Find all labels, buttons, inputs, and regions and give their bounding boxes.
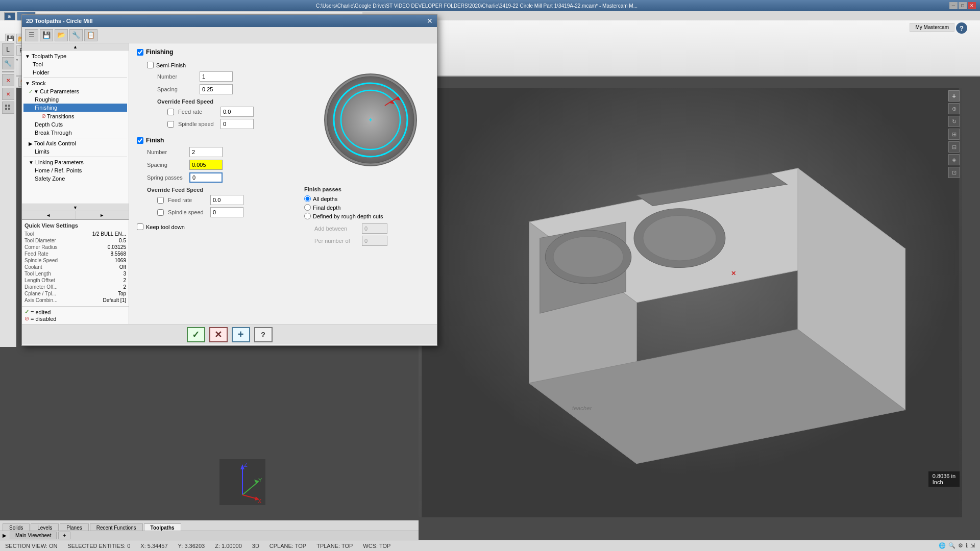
zoom-in-status-icon[interactable]: 🔍 [948,542,955,549]
add-button[interactable]: + [232,327,250,342]
z-axis-label: Z [244,462,248,468]
tree-item-linking[interactable]: ▼ Linking Parameters [23,158,127,166]
dialog-tb-select-btn[interactable]: ☰ [25,29,38,41]
feed-rate-check-finish[interactable] [157,197,164,204]
sidebar-btn-grid[interactable] [2,102,14,114]
watermark-text: teacher [572,405,593,411]
cancel-button[interactable]: ✕ [209,327,228,342]
final-depth-radio[interactable] [304,204,311,211]
close-window-button[interactable]: ✕ [968,2,976,9]
tree-scroll-left-btn[interactable]: ◄ [22,211,76,219]
spindle-input-semi[interactable] [220,119,254,129]
finish-number-input[interactable] [189,147,223,157]
keep-tool-down-checkbox[interactable] [137,223,143,230]
status-icons: 🌐 🔍 ⚙ ℹ ⇲ [939,542,975,549]
sidebar-btn-close[interactable]: ✕ [2,74,14,86]
vp-ctrl-4[interactable]: ⊟ [948,141,960,153]
tree-item-home[interactable]: Home / Ref. Points [23,166,127,174]
main-viewsheet-tab[interactable]: Main Viewsheet [10,532,57,539]
tree-item-break-through[interactable]: Break Through [23,129,127,137]
sidebar-btn-1[interactable]: L [2,43,14,56]
tree-item-holder[interactable]: Holder [23,68,127,77]
qv-label-feed: Feed Rate [24,251,48,257]
dialog-titlebar: 2D Toolpaths - Circle Mill ✕ [22,15,437,27]
sidebar-btn-2[interactable]: 🔧 [2,57,14,69]
dialog-tb-report-btn[interactable]: 📋 [84,29,97,41]
tree-item-stock[interactable]: ▼ Stock [23,79,127,87]
finish-spacing-input[interactable] [189,160,223,170]
quick-view-title: Quick View Settings [24,222,126,229]
semi-finish-checkbox[interactable] [147,62,154,68]
keep-tool-down-label: Keep tool down [146,224,185,230]
vp-ctrl-1[interactable]: ⊕ [948,103,960,114]
dialog-tb-save-btn[interactable]: 💾 [40,29,53,41]
finishing-checkbox[interactable] [137,49,143,56]
tree-item-safety[interactable]: Safety Zone [23,174,127,183]
tree-label-holder: Holder [33,69,49,76]
dialog-close-button[interactable]: ✕ [427,17,433,25]
tree-scroll-right-btn[interactable]: ► [76,211,129,219]
measurement-unit: Inch [933,479,943,485]
minimize-button[interactable]: ─ [949,2,958,9]
qv-value-length: 3 [123,271,126,277]
tree-item-limits[interactable]: Limits [23,147,127,156]
info-status-icon[interactable]: ℹ [966,542,968,549]
globe-icon[interactable]: 🌐 [939,542,946,549]
tree-item-tool[interactable]: Tool [23,60,127,68]
help-dialog-button[interactable]: ? [254,327,273,342]
left-sidebar: L 🔧 ✕ ✕ [0,41,16,347]
viewport-3d[interactable]: ✕ teacher + ⊕ ↻ ⊞ ⊟ ◈ ⊡ 0.8036 in Inch [419,88,962,517]
bottom-tabs-bar: Solids Levels Planes Recent Functions To… [0,520,419,532]
qv-label-spindle: Spindle Speed [24,258,58,263]
tree-item-transitions[interactable]: ⊘ Transitions [23,112,127,120]
defined-by-rough-radio[interactable] [304,213,311,219]
feed-rate-input-finish[interactable] [210,195,243,205]
tree-item-toolpath-type[interactable]: ▼ Toolpath Type [23,52,127,60]
my-mastercam-btn[interactable]: My Mastercam [910,23,954,32]
feed-rate-check-semi[interactable] [167,109,174,115]
section-view-status: SECTION VIEW: ON [5,543,57,549]
qv-row-corner: Corner Radius 0.03125 [24,244,126,251]
svg-line-27 [242,482,258,495]
maximize-button[interactable]: □ [959,2,967,9]
spindle-check-semi[interactable] [167,121,174,128]
semi-finish-number-input[interactable] [200,71,233,82]
feed-rate-input-semi[interactable] [220,107,254,117]
help-button[interactable]: ? [956,22,967,34]
add-viewsheet-btn[interactable]: + [58,532,70,539]
vp-plus-btn[interactable]: + [948,90,960,102]
spindle-input-finish[interactable] [210,207,243,217]
sidebar-btn-x[interactable]: ✕ [2,88,14,100]
tree-item-depth-cuts[interactable]: Depth Cuts [23,120,127,129]
expand-status-icon[interactable]: ⇲ [970,542,975,549]
all-depths-radio[interactable] [304,195,311,202]
dialog-tb-open-btn[interactable]: 📂 [55,29,68,41]
tree-scroll-down-btn[interactable]: ▼ [22,204,129,211]
number-label-finish: Number [147,149,185,155]
dialog-tb-tool-btn[interactable]: 🔧 [69,29,83,41]
tree-item-finishing[interactable]: Finishing [23,104,127,112]
tree-item-roughing[interactable]: Roughing [23,95,127,104]
tree-scroll-up-btn[interactable]: ▲ [22,43,129,51]
qv-value-corner: 0.03125 [108,244,126,250]
finish-checkbox[interactable] [137,137,143,144]
edited-icon: ✓ [24,309,29,315]
vp-ctrl-6[interactable]: ⊡ [948,167,960,178]
quick-access-icon[interactable]: ⊞ [4,12,15,20]
tree-divider-3 [23,157,127,157]
svg-rect-0 [5,105,7,107]
qv-label-tool: Tool [24,231,34,237]
tree-content: ▼ Toolpath Type Tool Holder ▼ Stock [22,51,129,204]
ok-button[interactable]: ✓ [187,327,205,342]
vp-ctrl-3[interactable]: ⊞ [948,129,960,140]
dialog-toolbar: ☰ 💾 📂 🔧 📋 [22,27,437,43]
tree-item-cut-params[interactable]: ✓ ▼ Cut Parameters [23,87,127,95]
vp-ctrl-2[interactable]: ↻ [948,116,960,127]
tree-item-tool-axis[interactable]: ▶ Tool Axis Control [23,139,127,147]
spring-passes-input[interactable] [189,172,223,183]
vp-ctrl-5[interactable]: ◈ [948,154,960,165]
tree-divider-1 [23,78,127,78]
semi-finish-spacing-input[interactable] [200,84,233,94]
settings-status-icon[interactable]: ⚙ [958,542,963,549]
spindle-check-finish[interactable] [157,209,164,216]
